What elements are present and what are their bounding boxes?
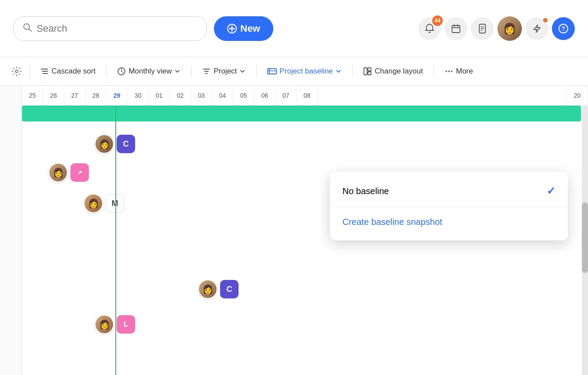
main-area: 25 26 27 28 29 30 01 02 03 04 05 06 07 0…: [0, 86, 588, 375]
svg-rect-29: [364, 68, 367, 75]
date-26: 26: [43, 86, 64, 105]
lightning-button[interactable]: [526, 17, 548, 40]
task-row-1: 👩 C: [95, 134, 135, 154]
search-input[interactable]: [37, 23, 198, 34]
search-box[interactable]: [13, 16, 207, 41]
task-avatar-6: 👩: [95, 315, 114, 334]
task-row-2: 👩 ↗: [48, 163, 89, 182]
date-29-today: 29: [107, 86, 128, 105]
date-30: 30: [128, 86, 149, 105]
task-avatar-5: 👩: [198, 279, 217, 299]
task-avatar-1: 👩: [95, 134, 114, 154]
task-chip-l1[interactable]: L: [117, 315, 135, 334]
date-27: 27: [64, 86, 85, 105]
lightning-badge: [543, 18, 548, 22]
left-sidebar: [0, 86, 22, 375]
toolbar-separator-1: [29, 65, 29, 77]
date-03: 03: [191, 86, 212, 105]
check-icon: ✓: [547, 185, 555, 197]
cascade-sort-button[interactable]: Cascade sort: [34, 64, 102, 78]
document-button[interactable]: [471, 17, 494, 40]
task-row-5: 👩 C: [198, 279, 239, 299]
date-05: 05: [233, 86, 254, 105]
help-button[interactable]: ?: [552, 17, 575, 40]
task-chip-m1[interactable]: M: [106, 194, 124, 213]
task-avatar-3: 👩: [84, 194, 103, 213]
notification-badge: 44: [432, 15, 443, 26]
monthly-view-chevron: [174, 68, 180, 74]
project-chevron: [239, 68, 246, 74]
svg-rect-30: [368, 68, 371, 71]
svg-point-16: [15, 70, 18, 73]
task-avatar-2: 👩: [48, 163, 68, 182]
user-avatar-button[interactable]: 👩: [497, 16, 522, 41]
scrollbar-thumb[interactable]: [582, 202, 588, 273]
toolbar: Cascade sort Monthly view Project: [0, 57, 588, 86]
date-06: 06: [254, 86, 276, 105]
task-row-3: 👩 M: [84, 194, 124, 213]
svg-point-32: [445, 70, 447, 72]
project-baseline-button[interactable]: Project baseline: [261, 64, 348, 78]
toolbar-separator-3: [191, 65, 191, 77]
date-25: 25: [22, 86, 43, 105]
svg-rect-31: [368, 72, 371, 75]
date-08: 08: [297, 86, 318, 105]
svg-line-1: [29, 29, 32, 31]
no-baseline-option[interactable]: No baseline ✓: [330, 177, 568, 205]
toolbar-separator-4: [256, 65, 257, 77]
svg-point-34: [451, 70, 452, 72]
date-07: 07: [276, 86, 297, 105]
project-bar[interactable]: [22, 106, 581, 121]
date-20: 20: [567, 86, 588, 105]
toolbar-separator-5: [352, 65, 353, 77]
more-button[interactable]: More: [438, 64, 479, 78]
task-chip-c2[interactable]: C: [220, 280, 239, 298]
svg-marker-13: [534, 25, 540, 33]
calendar-button[interactable]: [445, 17, 467, 40]
project-filter-button[interactable]: Project: [196, 64, 252, 78]
settings-icon[interactable]: [9, 63, 25, 79]
project-baseline-dropdown[interactable]: No baseline ✓ Create baseline snapshot: [330, 172, 568, 240]
task-row-6: 👩 L: [95, 315, 135, 334]
baseline-chevron: [335, 68, 342, 74]
change-layout-button[interactable]: Change layout: [357, 64, 429, 78]
date-header: 25 26 27 28 29 30 01 02 03 04 05 06 07 0…: [22, 86, 588, 106]
top-icons: 44 👩: [418, 16, 575, 41]
top-bar: New 44 👩: [0, 0, 588, 57]
task-chip-pink[interactable]: ↗: [70, 163, 89, 182]
task-chip-c1[interactable]: C: [117, 135, 135, 153]
date-01: 01: [149, 86, 170, 105]
date-28: 28: [85, 86, 107, 105]
date-ellipsis: [318, 86, 567, 105]
gantt-area[interactable]: 25 26 27 28 29 30 01 02 03 04 05 06 07 0…: [22, 86, 588, 375]
svg-rect-5: [452, 26, 460, 33]
new-button[interactable]: New: [214, 16, 273, 41]
svg-point-33: [448, 70, 450, 72]
date-04: 04: [212, 86, 233, 105]
scrollbar[interactable]: [582, 106, 588, 375]
svg-rect-26: [268, 69, 276, 74]
toolbar-separator-2: [106, 65, 107, 77]
notifications-button[interactable]: 44: [418, 17, 441, 40]
search-icon: [22, 22, 32, 35]
monthly-view-button[interactable]: Monthly view: [111, 64, 187, 78]
create-snapshot-option[interactable]: Create baseline snapshot: [330, 209, 568, 235]
svg-text:?: ?: [562, 25, 566, 32]
dropdown-divider: [330, 207, 568, 207]
svg-line-22: [121, 71, 123, 73]
toolbar-separator-6: [434, 65, 434, 77]
date-02: 02: [170, 86, 191, 105]
